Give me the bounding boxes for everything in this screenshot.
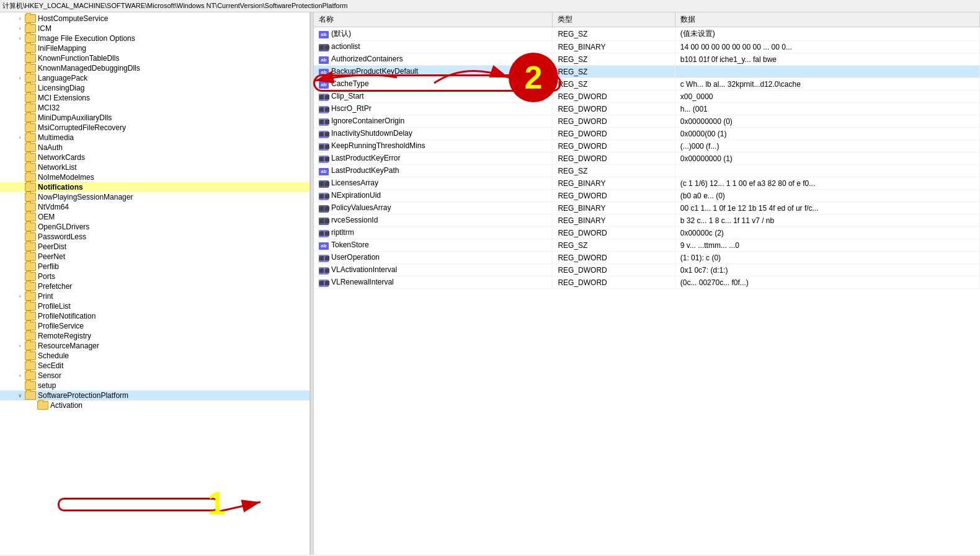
reg-name: LastProductKeyError bbox=[331, 154, 400, 162]
tree-item-peernet[interactable]: PeerNet bbox=[0, 252, 310, 262]
expand-icon[interactable]: › bbox=[15, 75, 25, 81]
binary-icon: ⬛⬛ bbox=[319, 205, 329, 213]
reg-data-cell: 0x1 0c7: (d:1:) bbox=[675, 264, 979, 276]
folder-icon bbox=[25, 133, 36, 142]
tree-item-sensor[interactable]: ›Sensor bbox=[0, 371, 310, 381]
table-row[interactable]: abTokenStoreREG_SZ9 v... ...ttmm... ...0 bbox=[314, 239, 980, 252]
tree-item-passwordless[interactable]: PasswordLess bbox=[0, 232, 310, 242]
table-row[interactable]: ⬛⬛VLActivationIntervalREG_DWORD0x1 0c7: … bbox=[314, 264, 980, 276]
tree-item-remoteregistry[interactable]: RemoteRegistry bbox=[0, 331, 310, 341]
dword-icon: ⬛⬛ bbox=[319, 131, 329, 138]
tree-item-networkcards[interactable]: NetworkCards bbox=[0, 152, 310, 162]
table-row[interactable]: ⬛⬛VLRenewalIntervalREG_DWORD(0c... 00270… bbox=[314, 276, 980, 289]
tree-item-image-file-execution-options[interactable]: ›Image File Execution Options bbox=[0, 33, 310, 43]
tree-item-label: NaAuth bbox=[38, 143, 63, 152]
dword-icon: ⬛⬛ bbox=[319, 94, 329, 101]
tree-item-label: SecEdit bbox=[38, 361, 63, 370]
table-row[interactable]: ⬛⬛HscrO_RtPrREG_DWORDh... (001 bbox=[314, 103, 980, 115]
tree-item-label: ProfileNotification bbox=[38, 312, 96, 320]
tree-item-knownfunctiontabledlls[interactable]: KnownFunctionTableDlls bbox=[0, 53, 310, 63]
expand-icon[interactable]: › bbox=[15, 15, 25, 22]
folder-icon bbox=[25, 342, 36, 350]
table-row[interactable]: abLastProductKeyPathREG_SZ bbox=[314, 165, 980, 177]
tree-item-licensingdiag[interactable]: LicensingDiag bbox=[0, 83, 310, 93]
tree-item-minidumpauxiliarydlls[interactable]: MiniDumpAuxiliaryDlls bbox=[0, 113, 310, 123]
tree-item-peerdist[interactable]: PeerDist bbox=[0, 242, 310, 252]
tree-item-oem[interactable]: OEM bbox=[0, 212, 310, 222]
reg-name-cell: ⬛⬛IgnoreContainerOrigin bbox=[314, 115, 553, 128]
tree-item-resourcemanager[interactable]: ›ResourceManager bbox=[0, 341, 310, 351]
tree-item-noimemodelmes[interactable]: NoImeModelmes bbox=[0, 172, 310, 182]
folder-icon bbox=[25, 34, 36, 43]
table-row[interactable]: ⬛⬛InactivityShutdownDelayREG_DWORD0x0000… bbox=[314, 128, 980, 140]
table-row[interactable]: ⬛⬛PolicyValuesArrayREG_BINARY00 c1 1... … bbox=[314, 202, 980, 214]
reg-data-cell: 14 00 00 00 00 00 00 00 ... 00 0... bbox=[675, 41, 979, 53]
tree-item-inifilemapping[interactable]: IniFileMapping bbox=[0, 43, 310, 53]
tree-item-profileservice[interactable]: ProfileService bbox=[0, 321, 310, 331]
table-row[interactable]: ab(默认)REG_SZ(值未设置) bbox=[314, 27, 980, 41]
reg-name: CacheType bbox=[331, 79, 369, 88]
folder-icon bbox=[25, 44, 36, 53]
reg-type-cell: REG_BINARY bbox=[553, 214, 675, 227]
tree-item-secedit[interactable]: SecEdit bbox=[0, 361, 310, 371]
reg-name-cell: ⬛⬛VLActivationInterval bbox=[314, 264, 553, 276]
tree-item-ports[interactable]: Ports bbox=[0, 271, 310, 281]
tree-item-mci32[interactable]: MCI32 bbox=[0, 103, 310, 113]
reg-name: KeepRunningThresholdMins bbox=[331, 141, 425, 150]
reg-name-cell: ⬛⬛InactivityShutdownDelay bbox=[314, 128, 553, 140]
tree-item-icm[interactable]: ›ICM bbox=[0, 24, 310, 33]
table-row[interactable]: ⬛⬛IgnoreContainerOriginREG_DWORD0x000000… bbox=[314, 115, 980, 128]
tree-item-setup[interactable]: setup bbox=[0, 381, 310, 391]
tree-item-opengldrivers[interactable]: OpenGLDrivers bbox=[0, 222, 310, 232]
expand-icon[interactable]: › bbox=[15, 373, 25, 379]
folder-icon bbox=[25, 14, 36, 23]
tree-item-knownmanageddebuggingdlls[interactable]: KnownManagedDebuggingDlls bbox=[0, 63, 310, 73]
table-row[interactable]: ⬛⬛riptltrmREG_DWORD0x00000c (2) bbox=[314, 227, 980, 239]
folder-icon bbox=[25, 74, 36, 82]
table-row[interactable]: ⬛⬛NExpirationUidREG_DWORD(b0 a0 e... (0) bbox=[314, 190, 980, 202]
tree-item-label: LanguagePack bbox=[38, 74, 87, 82]
tree-item-softwareprotectionplatform[interactable]: ∨SoftwareProtectionPlatform bbox=[0, 391, 310, 400]
tree-item-naauth[interactable]: NaAuth bbox=[0, 143, 310, 152]
table-row[interactable]: ⬛⬛KeepRunningThresholdMinsREG_DWORD(...)… bbox=[314, 140, 980, 152]
tree-item-perflib[interactable]: Perflib bbox=[0, 262, 310, 271]
tree-item-label: Sensor bbox=[38, 371, 61, 380]
expand-icon[interactable]: › bbox=[15, 35, 25, 42]
tree-item-multimedia[interactable]: ›Multimedia bbox=[0, 133, 310, 143]
tree-item-ntvdm64[interactable]: NtVdm64 bbox=[0, 202, 310, 212]
expand-icon[interactable]: › bbox=[15, 343, 25, 349]
tree-item-nowplayingsessionmanager[interactable]: NowPlayingSessionManager bbox=[0, 192, 310, 202]
tree-item-hostcomputeservice[interactable]: ›HostComputeService bbox=[0, 14, 310, 24]
table-row[interactable]: ⬛⬛rvceSessionIdREG_BINARYb 32 c... 1 8 c… bbox=[314, 214, 980, 227]
table-row[interactable]: abCacheTypeREG_SZc Wh... lb al... 32kprn… bbox=[314, 78, 980, 90]
table-row[interactable]: ⬛⬛LastProductKeyErrorREG_DWORD0x00000000… bbox=[314, 152, 980, 165]
folder-icon bbox=[25, 332, 36, 340]
expand-icon[interactable]: › bbox=[15, 293, 25, 299]
tree-item-activation[interactable]: Activation bbox=[0, 400, 310, 410]
reg-name: HscrO_RtPr bbox=[331, 104, 372, 113]
tree-item-mci-extensions[interactable]: MCI Extensions bbox=[0, 93, 310, 103]
expand-icon[interactable]: › bbox=[15, 25, 25, 32]
col-name: 名称 bbox=[314, 12, 553, 27]
table-row[interactable]: abAuthorizedContainersREG_SZb101 01f 0f … bbox=[314, 53, 980, 66]
tree-item-languagepack[interactable]: ›LanguagePack bbox=[0, 73, 310, 83]
folder-icon bbox=[25, 54, 36, 63]
reg-type-cell: REG_DWORD bbox=[553, 140, 675, 152]
tree-item-schedule[interactable]: Schedule bbox=[0, 351, 310, 361]
tree-item-prefetcher[interactable]: Prefetcher bbox=[0, 281, 310, 291]
tree-item-notifications[interactable]: Notifications bbox=[0, 182, 310, 192]
tree-item-msicorruptedfilerecovery[interactable]: MsiCorruptedFileRecovery bbox=[0, 123, 310, 133]
table-row[interactable]: ⬛⬛LicensesArrayREG_BINARY(c 1 1/6) 12...… bbox=[314, 177, 980, 190]
tree-item-print[interactable]: ›Print bbox=[0, 291, 310, 301]
tree-item-label: MsiCorruptedFileRecovery bbox=[38, 123, 126, 132]
tree-item-profilelist[interactable]: ProfileList bbox=[0, 301, 310, 311]
table-row[interactable]: ⬛⬛UserOperationREG_DWORD(1: 01): c (0) bbox=[314, 252, 980, 264]
expand-icon[interactable]: ∨ bbox=[15, 392, 25, 399]
expand-icon[interactable]: › bbox=[15, 135, 25, 141]
table-row[interactable]: ⬛⬛Clip_StartREG_DWORDx00_0000 bbox=[314, 90, 980, 103]
folder-icon bbox=[25, 193, 36, 201]
tree-item-networklist[interactable]: NetworkList bbox=[0, 162, 310, 172]
table-row[interactable]: ⬛⬛actionlistREG_BINARY14 00 00 00 00 00 … bbox=[314, 41, 980, 53]
table-row[interactable]: abBackupProductKeyDefaultREG_SZ bbox=[314, 66, 980, 78]
tree-item-profilenotification[interactable]: ProfileNotification bbox=[0, 311, 310, 321]
